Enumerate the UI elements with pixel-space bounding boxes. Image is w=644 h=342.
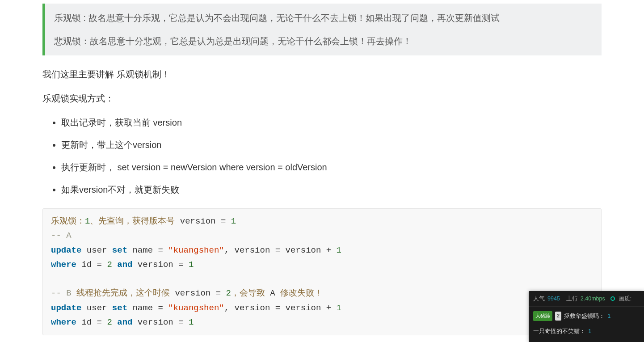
uplink-value: 2.40mbps [581,294,605,304]
code-text [112,260,117,270]
code-string: "kuangshen" [168,303,224,313]
chat-username: 一只奇怪的不笑猫： [533,326,585,336]
code-keyword: and [117,317,132,327]
sql-code-block[interactable]: 乐观锁：1、先查询，获得版本号 version = 1 -- A update … [42,208,602,335]
code-text [112,317,117,327]
blockquote-line-pessimistic: 悲观锁：故名思意十分悲观，它总是认为总是出现问题，无论干什么都会上锁！再去操作！ [54,33,593,49]
code-keyword: set [112,245,127,255]
code-keyword: update [51,245,81,255]
code-number: 2 [226,288,231,298]
code-text: = [210,288,226,298]
chat-message: 1 [607,311,610,321]
code-comment: -- B [51,288,76,298]
code-string: "kuangshen" [168,245,224,255]
code-text: 乐观锁： [51,216,85,226]
list-item: 取出记录时，获取当前 version [61,114,602,131]
stats-bar: 人气 9945 上行 2.40mbps 画质: [529,291,644,307]
record-indicator-icon [610,296,615,301]
code-number: 1 [189,317,194,327]
code-number: 2 [107,317,112,327]
code-text: A [270,288,275,298]
list-item: 执行更新时， set version = newVersion where ve… [61,159,602,175]
code-number: 1 [337,245,341,255]
chat-list[interactable]: 大猪蹄 2 拯救华盛顿吗： 1 一只奇怪的不笑猫： 1 [529,307,644,342]
code-number: 1 [337,303,341,313]
code-text: = [216,216,231,226]
livestream-overlay[interactable]: 人气 9945 上行 2.40mbps 画质: 大猪蹄 2 拯救华盛顿吗： 1 … [529,291,644,342]
user-level-badge: 2 [555,312,561,321]
code-number: 1 [85,216,90,226]
quality-label: 画质: [619,294,631,304]
code-text: , version = version + [224,303,337,313]
code-text: 线程抢先完成，这个时候 [76,288,175,298]
blockquote-line-optimistic: 乐观锁 : 故名思意十分乐观，它总是认为不会出现问题，无论干什么不去上锁！如果出… [54,10,593,26]
code-keyword: where [51,260,76,270]
user-tag: 大猪蹄 [533,311,552,321]
code-text: name = [127,303,168,313]
code-text: id = [76,260,107,270]
code-number: 2 [107,260,112,270]
code-keyword: set [112,303,127,313]
chat-row: 大猪蹄 2 拯救华盛顿吗： 1 [529,308,644,323]
code-text: version [180,216,216,226]
list-item: 如果version不对，就更新失败 [61,182,602,198]
paragraph-impl-heading: 乐观锁实现方式： [42,90,602,106]
code-text: name = [127,245,168,255]
implementation-list: 取出记录时，获取当前 version 更新时，带上这个version 执行更新时… [42,114,602,198]
code-keyword: and [117,260,132,270]
blockquote-locks: 乐观锁 : 故名思意十分乐观，它总是认为不会出现问题，无论干什么不去上锁！如果出… [42,4,602,55]
code-text: 、先查询，获得版本号 [90,216,180,226]
code-number: 1 [189,260,194,270]
chat-username: 拯救华盛顿吗： [564,311,605,321]
code-text: 修改失败！ [275,288,323,298]
code-text: id = [76,317,107,327]
uplink-label: 上行 [566,294,578,304]
code-text: version [175,288,210,298]
code-text: user [81,303,112,313]
list-item: 更新时，带上这个version [61,137,602,153]
chat-message: 1 [588,326,591,336]
code-text: , version = version + [224,245,337,255]
code-keyword: update [51,303,81,313]
code-text: ，会导致 [231,288,270,298]
chat-row: 一只奇怪的不笑猫： 1 [529,324,644,338]
code-keyword: where [51,317,76,327]
popularity-value: 9945 [547,294,560,304]
code-comment: -- A [51,231,72,241]
code-text: version = [132,317,188,327]
paragraph-intro: 我们这里主要讲解 乐观锁机制！ [42,66,602,82]
popularity-label: 人气 [533,294,545,304]
code-text: version = [132,260,188,270]
code-text: user [81,245,112,255]
code-number: 1 [231,216,236,226]
